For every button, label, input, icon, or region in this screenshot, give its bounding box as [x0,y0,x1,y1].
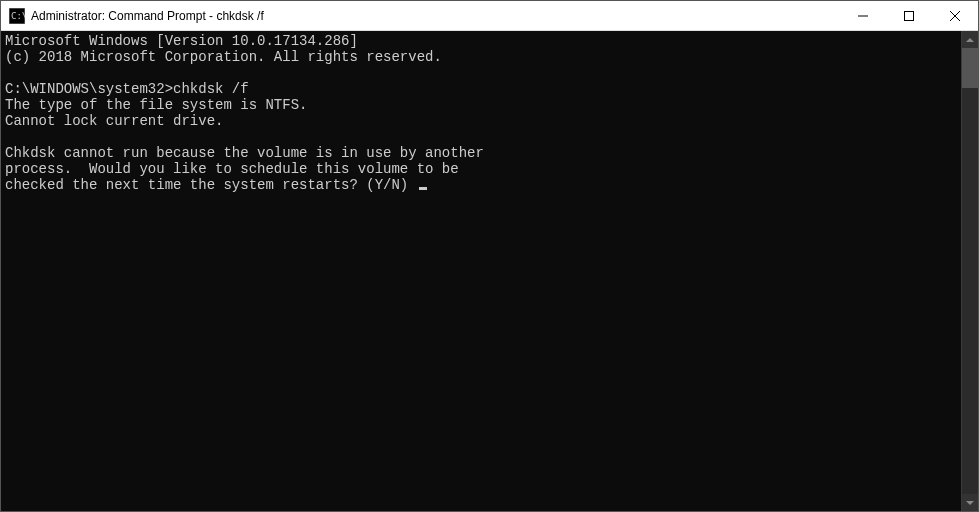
terminal-area: Microsoft Windows [Version 10.0.17134.28… [1,31,978,511]
scroll-up-arrow[interactable] [962,31,978,48]
titlebar[interactable]: C:\ Administrator: Command Prompt - chkd… [1,1,978,31]
command-prompt-window: C:\ Administrator: Command Prompt - chkd… [0,0,979,512]
window-controls [840,1,978,30]
close-button[interactable] [932,1,978,30]
maximize-button[interactable] [886,1,932,30]
scroll-thumb[interactable] [962,48,978,88]
scroll-down-arrow[interactable] [962,494,978,511]
svg-marker-7 [966,501,974,505]
cmd-icon: C:\ [9,8,25,24]
svg-text:C:\: C:\ [11,11,25,21]
window-title: Administrator: Command Prompt - chkdsk /… [31,9,840,23]
vertical-scrollbar[interactable] [961,31,978,511]
text-cursor [419,187,427,190]
svg-marker-6 [966,38,974,42]
minimize-button[interactable] [840,1,886,30]
svg-rect-3 [905,11,914,20]
terminal-output[interactable]: Microsoft Windows [Version 10.0.17134.28… [1,31,961,511]
